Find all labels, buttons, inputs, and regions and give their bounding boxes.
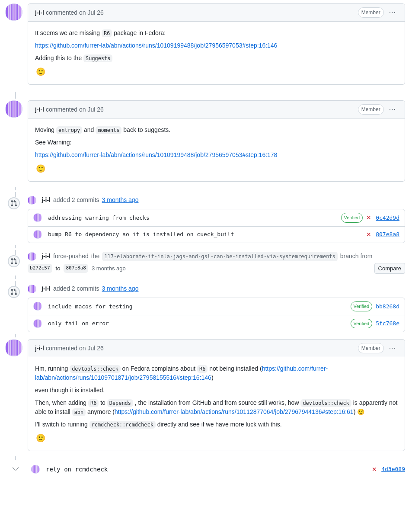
svg-rect-5: [16, 4, 18, 20]
svg-rect-67: [13, 340, 16, 356]
force-push-hashes: b272c57 to 807e8a8 3 months ago Compare: [28, 263, 405, 274]
push2-action: added 2 commits: [53, 284, 99, 293]
c3-code6: abn: [72, 408, 86, 416]
comment2-username[interactable]: j-i-l: [35, 105, 44, 114]
commit2a-avatar: [33, 302, 42, 311]
last-commit-msg: rely on rcmdcheck: [46, 465, 368, 474]
svg-rect-18: [32, 196, 33, 204]
commit2a-msg: include macos for testing: [48, 302, 347, 311]
force-push-to: 807e8a8: [64, 264, 88, 273]
comment-header-2: j-i-l commented on Jul 26 Member ···: [28, 101, 405, 119]
commit1b-hash[interactable]: 807e8a8: [376, 230, 399, 239]
comment1-link1[interactable]: https://github.com/furrer-lab/abn/action…: [35, 42, 277, 49]
svg-rect-65: [9, 340, 10, 356]
svg-rect-26: [39, 214, 40, 221]
svg-rect-37: [29, 253, 30, 260]
comment-box-2: j-i-l commented on Jul 26 Member ··· Mov…: [28, 100, 405, 182]
push-event-2: j-i-l added 2 commits 3 months ago: [7, 279, 405, 334]
comment1-emoji-button[interactable]: 🙂: [35, 66, 46, 77]
c3-code7: rcmdcheck::rcmdcheck: [89, 421, 156, 429]
push-event-2-label: j-i-l added 2 commits 3 months ago: [28, 282, 405, 295]
svg-rect-46: [32, 285, 33, 293]
svg-rect-30: [35, 231, 36, 238]
push2-username[interactable]: j-i-l: [42, 284, 51, 293]
push1-action: added 2 commits: [53, 195, 99, 205]
last-commit-hash[interactable]: 4d3e089: [381, 465, 405, 474]
commit-row-1a: addressing warning from checks Verified …: [28, 209, 405, 227]
svg-rect-43: [28, 285, 29, 293]
c3-code2: R6: [197, 365, 208, 373]
commits-container-2: include macos for testing Verified bb826…: [28, 298, 405, 332]
comment2-line1: Moving entropy and moments back to sugge…: [35, 125, 398, 135]
svg-rect-47: [33, 285, 34, 293]
svg-rect-34: [40, 231, 42, 238]
compare-button[interactable]: Compare: [374, 263, 405, 274]
svg-rect-27: [40, 214, 42, 221]
svg-rect-10: [11, 101, 13, 117]
force-push-username[interactable]: j-i-l: [42, 252, 51, 261]
svg-rect-20: [35, 196, 36, 204]
commit2b-verified: Verified: [351, 319, 373, 329]
c3-code1: devtools::check: [70, 365, 120, 373]
comment2-badge: Member: [358, 104, 384, 115]
comment3-line1: Hm, running devtools::check on Fedora co…: [35, 364, 398, 382]
push-avatar-1: [28, 196, 36, 205]
svg-rect-39: [32, 253, 33, 260]
comment1-badge: Member: [358, 7, 384, 18]
svg-rect-64: [6, 340, 8, 356]
svg-rect-40: [33, 253, 34, 260]
svg-rect-45: [31, 285, 32, 293]
comment3-line4: I'll switch to running rcmdcheck::rcmdch…: [35, 420, 398, 429]
comment1-username[interactable]: j-i-l: [35, 8, 44, 17]
svg-rect-58: [35, 320, 36, 327]
svg-rect-31: [36, 231, 37, 238]
comment1-more-button[interactable]: ···: [387, 8, 398, 17]
svg-rect-41: [35, 253, 36, 260]
last-commit-x: ✕: [372, 465, 377, 474]
svg-rect-48: [35, 285, 36, 293]
comment-box-3: j-i-l commented on Jul 26 Member ··· Hm,…: [28, 339, 405, 451]
svg-rect-32: [38, 231, 39, 238]
last-commit-row: rely on rcmdcheck ✕ 4d3e089: [7, 460, 405, 479]
force-push-event: j-i-l force-pushed the 117-elaborate-if-…: [7, 248, 405, 276]
push2-time[interactable]: 3 months ago: [102, 284, 139, 293]
comment2-code-moments: moments: [96, 126, 121, 134]
comment2-meta: commented on Jul 26: [46, 105, 104, 114]
push-icon-2: [8, 286, 20, 298]
comment3-meta: commented on Jul 26: [46, 344, 104, 353]
comment3-link2[interactable]: https://github.com/furrer-lab/abn/action…: [115, 408, 354, 415]
comment-box-1: j-i-l commented on Jul 26 Member ··· It …: [28, 3, 405, 85]
svg-rect-23: [35, 214, 36, 221]
svg-rect-29: [34, 231, 35, 238]
svg-rect-1: [6, 4, 8, 20]
comment2-link1[interactable]: https://github.com/furrer-lab/abn/action…: [35, 151, 277, 158]
comment3-username[interactable]: j-i-l: [35, 344, 44, 353]
commit2b-avatar: [33, 319, 42, 328]
svg-rect-51: [35, 302, 36, 310]
comment2-more-button[interactable]: ···: [387, 105, 398, 114]
svg-rect-25: [38, 214, 39, 221]
comment3-more-button[interactable]: ···: [387, 343, 398, 353]
comment-header-1: j-i-l commented on Jul 26 Member ···: [28, 4, 405, 22]
commit1a-avatar: [33, 213, 42, 222]
push1-time[interactable]: 3 months ago: [102, 195, 139, 205]
commit1a-hash[interactable]: 0c42d9d: [376, 214, 399, 222]
svg-rect-44: [29, 285, 30, 293]
push1-username[interactable]: j-i-l: [42, 195, 51, 205]
svg-rect-69: [19, 340, 21, 356]
push-event-1: j-i-l added 2 commits 3 months ago: [7, 190, 405, 245]
comment3-emoji-button[interactable]: 🙂: [35, 433, 46, 444]
svg-rect-24: [36, 214, 37, 221]
commit1b-msg: bump R6 to dependency so it is installed…: [48, 230, 363, 239]
svg-rect-2: [9, 4, 10, 20]
commit2b-hash[interactable]: 5fc768e: [376, 319, 399, 328]
svg-rect-74: [35, 465, 37, 473]
comment-header-3: j-i-l commented on Jul 26 Member ···: [28, 340, 405, 357]
comment1-line3: Adding this to the Suggests: [35, 54, 398, 63]
comment2-emoji-button[interactable]: 🙂: [35, 163, 46, 174]
commit2a-hash[interactable]: bb8268d: [376, 302, 399, 311]
avatar-comment2: [5, 100, 22, 118]
svg-rect-53: [38, 302, 39, 310]
svg-rect-75: [37, 465, 38, 473]
commit2a-verified: Verified: [351, 301, 373, 311]
